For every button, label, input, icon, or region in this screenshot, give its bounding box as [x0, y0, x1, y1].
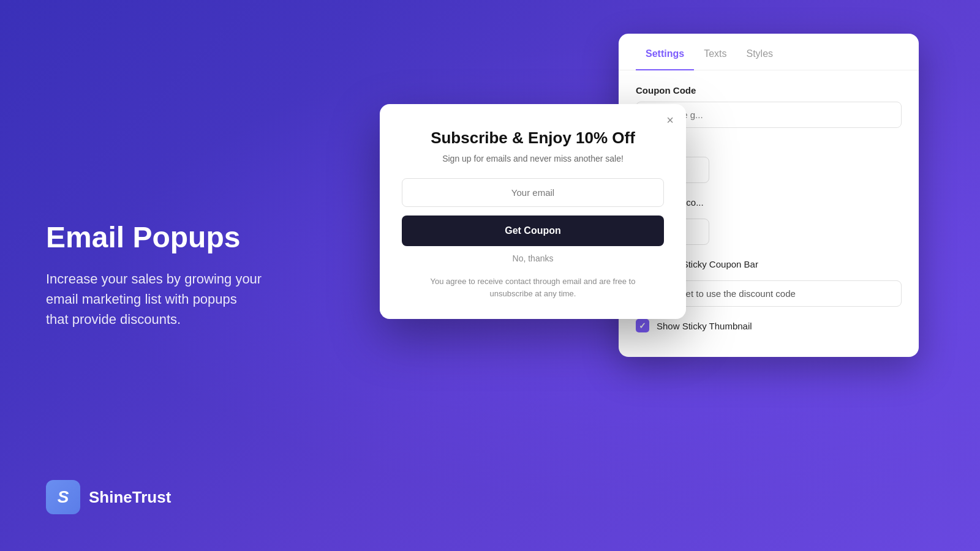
logo-letter: S [58, 487, 69, 507]
coupon-code-label: Coupon Code [636, 85, 902, 96]
popup-email-input[interactable] [402, 178, 664, 207]
tab-texts[interactable]: Texts [694, 34, 736, 70]
brand-logo: S ShineTrust [46, 480, 171, 514]
show-sticky-thumbnail-label: Show Sticky Thumbnail [657, 321, 752, 331]
left-panel: Email Popups Increase your sales by grow… [46, 222, 262, 329]
page-description: Increase your sales by growing your emai… [46, 269, 262, 329]
popup-title: Subscribe & Enjoy 10% Off [402, 129, 664, 148]
show-sticky-thumbnail-row: ✓ Show Sticky Thumbnail [636, 319, 902, 332]
tabs-bar: Settings Texts Styles [619, 34, 919, 70]
show-sticky-thumbnail-checkbox[interactable]: ✓ [636, 319, 649, 332]
page-title: Email Popups [46, 222, 262, 254]
close-icon[interactable]: × [666, 114, 674, 126]
no-thanks-link[interactable]: No, thanks [402, 253, 664, 263]
get-coupon-button[interactable]: Get Coupon [402, 216, 664, 246]
logo-icon: S [46, 480, 80, 514]
tab-settings[interactable]: Settings [636, 34, 694, 70]
popup-card: × Subscribe & Enjoy 10% Off Sign up for … [380, 104, 686, 319]
brand-name: ShineTrust [89, 488, 171, 507]
popup-subtitle: Sign up for emails and never miss anothe… [402, 154, 664, 163]
popup-disclaimer: You agree to receive contact through ema… [402, 276, 664, 299]
tab-styles[interactable]: Styles [736, 34, 783, 70]
checkmark-icon-3: ✓ [639, 321, 646, 331]
